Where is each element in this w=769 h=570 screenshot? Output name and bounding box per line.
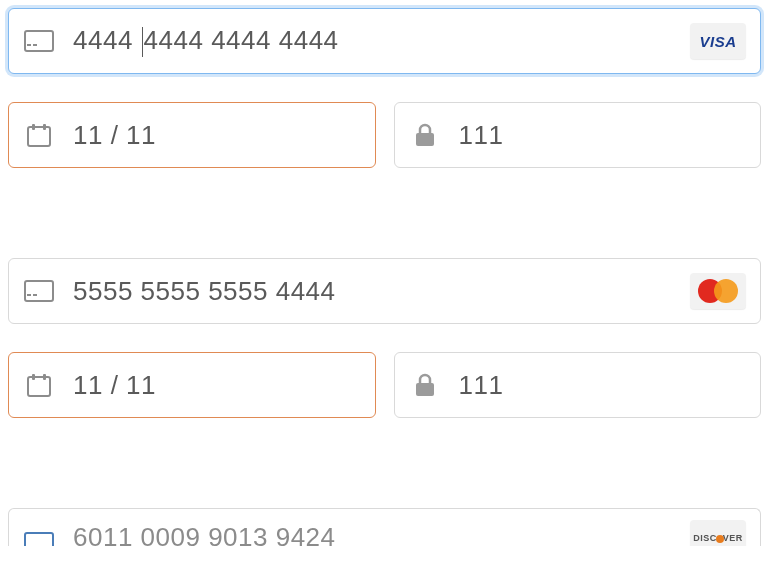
payment-card-group: 5555 5555 5555 4444 11 / 11 bbox=[8, 258, 761, 418]
lock-icon bbox=[409, 372, 441, 398]
payment-card-group: 6011 0009 9013 9424 DISCVER bbox=[8, 508, 761, 546]
expiry-cvc-row: 11 / 11 111 bbox=[8, 102, 761, 168]
cvc-field[interactable]: 111 bbox=[394, 352, 762, 418]
card-number-field[interactable]: 4444 4444 4444 4444 VISA bbox=[8, 8, 761, 74]
card-number-field[interactable]: 5555 5555 5555 4444 bbox=[8, 258, 761, 324]
calendar-icon bbox=[23, 122, 55, 148]
svg-rect-8 bbox=[27, 294, 31, 296]
cvc-value: 111 bbox=[441, 120, 747, 151]
card-icon bbox=[23, 280, 55, 302]
card-number-value: 6011 0009 9013 9424 bbox=[55, 524, 690, 546]
svg-rect-2 bbox=[33, 44, 37, 46]
svg-rect-4 bbox=[32, 124, 35, 130]
svg-rect-12 bbox=[43, 374, 46, 380]
svg-rect-0 bbox=[25, 31, 53, 51]
card-number-field[interactable]: 6011 0009 9013 9424 DISCVER bbox=[8, 508, 761, 546]
svg-rect-5 bbox=[43, 124, 46, 130]
svg-rect-14 bbox=[25, 533, 53, 546]
calendar-icon bbox=[23, 372, 55, 398]
cvc-value: 111 bbox=[441, 370, 747, 401]
card-brand-badge bbox=[690, 273, 746, 309]
svg-rect-9 bbox=[33, 294, 37, 296]
expiry-value: 11 / 11 bbox=[55, 370, 361, 401]
cvc-field[interactable]: 111 bbox=[394, 102, 762, 168]
expiry-value: 11 / 11 bbox=[55, 120, 361, 151]
expiry-field[interactable]: 11 / 11 bbox=[8, 352, 376, 418]
svg-rect-3 bbox=[28, 127, 50, 146]
card-number-value: 4444 4444 4444 4444 bbox=[55, 25, 690, 57]
svg-rect-11 bbox=[32, 374, 35, 380]
svg-rect-1 bbox=[27, 44, 31, 46]
svg-rect-6 bbox=[416, 133, 434, 146]
visa-icon: VISA bbox=[699, 33, 736, 50]
svg-rect-13 bbox=[416, 383, 434, 396]
card-number-value: 5555 5555 5555 4444 bbox=[55, 276, 690, 307]
svg-rect-7 bbox=[25, 281, 53, 301]
mastercard-icon bbox=[698, 279, 738, 303]
discover-icon: DISCVER bbox=[693, 533, 743, 543]
card-icon bbox=[23, 532, 55, 546]
svg-rect-10 bbox=[28, 377, 50, 396]
expiry-cvc-row: 11 / 11 111 bbox=[8, 352, 761, 418]
expiry-field[interactable]: 11 / 11 bbox=[8, 102, 376, 168]
payment-card-group: 4444 4444 4444 4444 VISA 11 / 11 bbox=[8, 8, 761, 168]
card-brand-badge: VISA bbox=[690, 23, 746, 59]
card-icon bbox=[23, 30, 55, 52]
text-cursor bbox=[142, 27, 143, 57]
lock-icon bbox=[409, 122, 441, 148]
card-brand-badge: DISCVER bbox=[690, 520, 746, 546]
